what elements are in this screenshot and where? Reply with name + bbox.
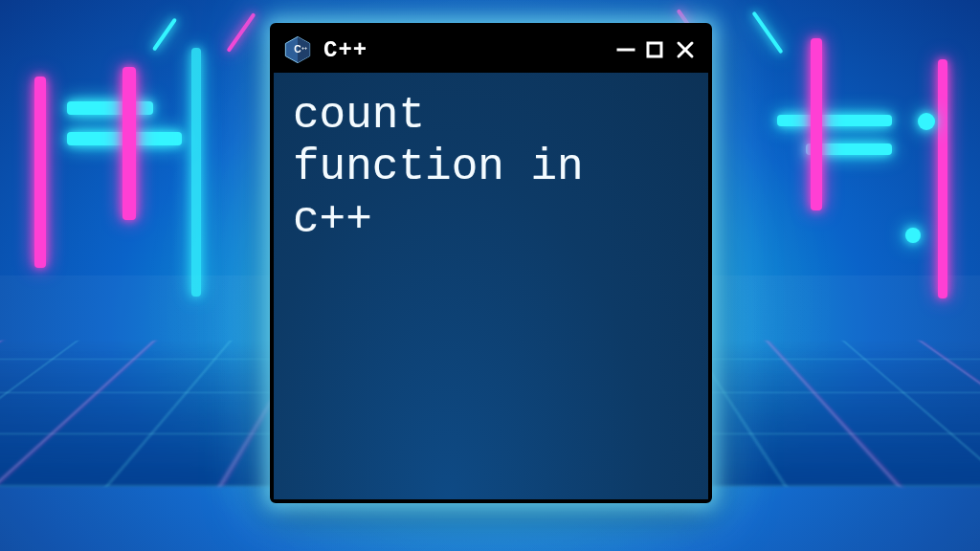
- terminal-text: count function in c++: [293, 90, 691, 246]
- cpp-logo-icon: C ++: [283, 35, 312, 64]
- terminal-body: count function in c++: [274, 73, 708, 499]
- svg-text:C: C: [294, 44, 301, 55]
- minimize-button[interactable]: [614, 38, 637, 61]
- close-icon: [675, 39, 696, 60]
- maximize-button[interactable]: [643, 38, 666, 61]
- minimize-icon: [615, 39, 636, 60]
- svg-rect-5: [648, 43, 661, 56]
- titlebar[interactable]: C ++ C++: [274, 27, 708, 73]
- close-button[interactable]: [674, 38, 697, 61]
- window-title: C++: [323, 37, 368, 63]
- window-controls: [614, 38, 697, 61]
- maximize-icon: [645, 40, 664, 59]
- svg-text:++: ++: [301, 45, 307, 51]
- terminal-window: C ++ C++ count f: [270, 23, 712, 503]
